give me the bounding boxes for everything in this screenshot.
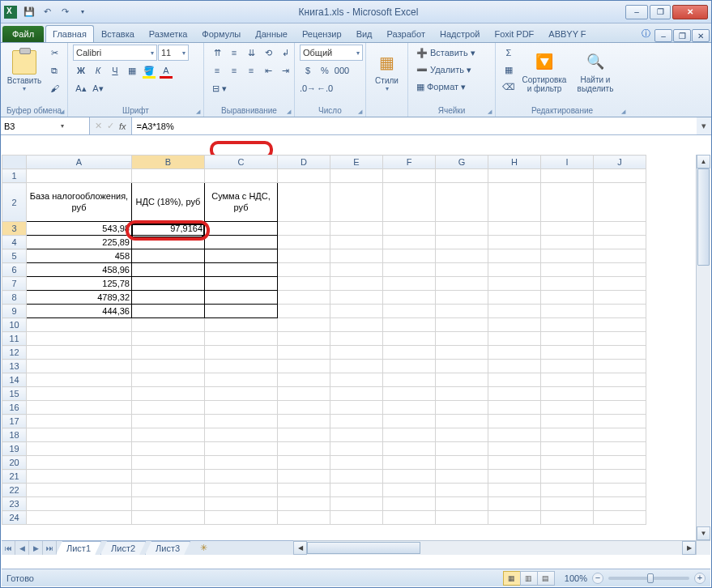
cell-H7[interactable] [488, 277, 541, 291]
name-box-input[interactable] [4, 121, 61, 131]
cell-D7[interactable] [278, 277, 330, 291]
cell-G19[interactable] [436, 442, 488, 456]
cell-F8[interactable] [383, 291, 436, 305]
cell-H13[interactable] [488, 360, 541, 373]
workbook-minimize-button[interactable]: – [654, 29, 672, 42]
cell-F9[interactable] [383, 305, 436, 318]
cell-G12[interactable] [436, 346, 488, 360]
cell-J5[interactable] [594, 249, 646, 263]
cell-H16[interactable] [488, 401, 541, 415]
cell-I18[interactable] [541, 428, 594, 442]
cell-J2[interactable] [594, 183, 646, 222]
cell-H15[interactable] [488, 387, 541, 401]
cell-C5[interactable] [205, 249, 278, 263]
cell-D1[interactable] [278, 169, 330, 183]
cell-F21[interactable] [383, 470, 436, 484]
zoom-in-button[interactable]: + [694, 573, 706, 584]
cell-A12[interactable] [27, 346, 132, 360]
cell-B14[interactable] [132, 373, 205, 387]
cell-J23[interactable] [594, 497, 646, 511]
cell-I12[interactable] [541, 346, 594, 360]
cell-F20[interactable] [383, 456, 436, 470]
cell-I17[interactable] [541, 415, 594, 428]
cell-A10[interactable] [27, 318, 132, 332]
cell-E22[interactable] [330, 484, 383, 497]
cell-G3[interactable] [436, 222, 488, 236]
cell-E19[interactable] [330, 442, 383, 456]
row-header-9[interactable]: 9 [2, 305, 27, 318]
cell-E1[interactable] [330, 169, 383, 183]
cell-H3[interactable] [488, 222, 541, 236]
cell-J22[interactable] [594, 484, 646, 497]
grid[interactable]: ABCDEFGHIJ12База налогообложения, рубНДС… [2, 155, 696, 540]
orientation-icon[interactable]: ⟲ [260, 45, 276, 61]
zoom-out-button[interactable]: − [592, 573, 603, 584]
cell-F11[interactable] [383, 332, 436, 346]
row-header-1[interactable]: 1 [2, 169, 27, 183]
workbook-restore-button[interactable]: ❐ [673, 29, 691, 42]
cell-F14[interactable] [383, 373, 436, 387]
vscroll-thumb[interactable] [697, 168, 710, 266]
tab-addins[interactable]: Надстрой [433, 25, 487, 42]
resize-grip[interactable] [696, 540, 710, 555]
row-header-11[interactable]: 11 [2, 332, 27, 346]
cell-C10[interactable] [205, 318, 278, 332]
cell-F23[interactable] [383, 497, 436, 511]
hscroll-right-icon[interactable]: ▶ [682, 541, 696, 555]
ribbon-help-icon[interactable]: ⓘ [637, 24, 654, 42]
row-header-15[interactable]: 15 [2, 387, 27, 401]
hscroll-left-icon[interactable]: ◀ [293, 541, 307, 555]
cell-A8[interactable]: 4789,32 [27, 291, 132, 305]
cell-E2[interactable] [330, 183, 383, 222]
select-all-corner[interactable] [2, 156, 27, 169]
cell-G7[interactable] [436, 277, 488, 291]
col-header-I[interactable]: I [541, 156, 594, 169]
cell-E23[interactable] [330, 497, 383, 511]
align-bottom-icon[interactable]: ⇊ [243, 45, 259, 61]
col-header-C[interactable]: C [205, 156, 278, 169]
cell-E8[interactable] [330, 291, 383, 305]
cell-J12[interactable] [594, 346, 646, 360]
cell-E9[interactable] [330, 305, 383, 318]
cell-F7[interactable] [383, 277, 436, 291]
border-icon[interactable]: ▦ [124, 62, 140, 79]
styles-button[interactable]: ▦ Стили ▾ [371, 45, 403, 98]
cell-E24[interactable] [330, 511, 383, 525]
italic-button[interactable]: К [90, 62, 106, 79]
cell-H10[interactable] [488, 318, 541, 332]
cell-B1[interactable] [132, 169, 205, 183]
cell-H24[interactable] [488, 511, 541, 525]
cell-C8[interactable] [205, 291, 278, 305]
cell-H22[interactable] [488, 484, 541, 497]
cell-I2[interactable] [541, 183, 594, 222]
cell-B21[interactable] [132, 470, 205, 484]
cell-F10[interactable] [383, 318, 436, 332]
cell-D5[interactable] [278, 249, 330, 263]
paste-button[interactable]: Вставить ▾ [6, 45, 43, 98]
format-painter-icon[interactable]: 🖌 [46, 80, 62, 96]
expand-formula-bar-icon[interactable]: ▾ [697, 117, 711, 134]
cell-J24[interactable] [594, 511, 646, 525]
cell-D14[interactable] [278, 373, 330, 387]
cell-A6[interactable]: 458,96 [27, 263, 132, 277]
merge-center-icon[interactable]: ⊟ ▾ [209, 80, 230, 96]
row-header-22[interactable]: 22 [2, 484, 27, 497]
decrease-indent-icon[interactable]: ⇤ [260, 62, 276, 79]
cell-C24[interactable] [205, 511, 278, 525]
increase-decimal-icon[interactable]: .0→ [300, 80, 316, 96]
vscroll-down-icon[interactable]: ▼ [697, 526, 710, 540]
cell-G11[interactable] [436, 332, 488, 346]
sheet-tab-3[interactable]: Лист3 [145, 541, 190, 555]
cell-D6[interactable] [278, 263, 330, 277]
cell-C13[interactable] [205, 360, 278, 373]
view-normal-icon[interactable]: ▦ [503, 571, 521, 586]
cell-E6[interactable] [330, 263, 383, 277]
cell-A7[interactable]: 125,78 [27, 277, 132, 291]
cell-B16[interactable] [132, 401, 205, 415]
qat-undo-icon[interactable]: ↶ [38, 3, 56, 21]
cell-A15[interactable] [27, 387, 132, 401]
cell-J13[interactable] [594, 360, 646, 373]
find-select-button[interactable]: 🔍 Найти и выделить [572, 45, 619, 98]
cell-D17[interactable] [278, 415, 330, 428]
cell-G23[interactable] [436, 497, 488, 511]
